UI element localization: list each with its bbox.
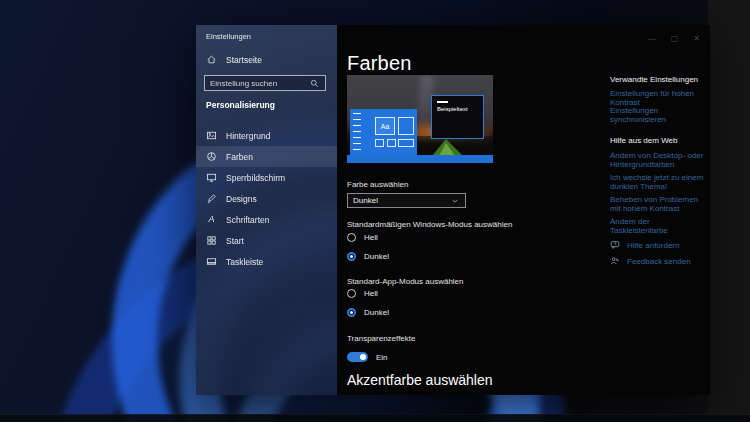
start-grid-icon	[206, 235, 217, 246]
preview-sample-window: Beispieltext	[431, 95, 484, 139]
transparency-toggle[interactable]	[347, 352, 368, 362]
settings-main-pane: — ▢ ✕ Farben Beispieltext Aa	[337, 25, 710, 395]
preview-tile	[398, 117, 414, 135]
radio-checked-icon[interactable]	[347, 308, 356, 317]
sidebar-item-taskleiste[interactable]: Taskleiste	[196, 251, 337, 272]
desktop-taskbar-strip[interactable]	[0, 414, 750, 422]
sidebar-nav: Hintergrund Farben	[196, 125, 337, 272]
preview-start-menu: Aa	[350, 109, 417, 155]
sidebar-item-label: Farben	[226, 152, 253, 162]
preview-tile	[387, 139, 396, 147]
transparency-state-label: Ein	[376, 353, 388, 362]
window-title: Einstellungen	[206, 32, 251, 41]
sidebar-item-designs[interactable]: Designs	[196, 188, 337, 209]
web-help-title: Hilfe aus dem Web	[610, 136, 677, 145]
color-select-value: Dunkel	[353, 196, 378, 205]
transparency-toggle-row: Ein	[347, 352, 388, 362]
lock-screen-icon	[206, 172, 217, 183]
sidebar-item-hintergrund[interactable]: Hintergrund	[196, 125, 337, 146]
settings-sidebar: Einstellungen Startseite Personalisierun	[196, 25, 337, 395]
sidebar-item-label: Hintergrund	[226, 131, 270, 141]
color-select-dropdown[interactable]: Dunkel	[347, 193, 466, 208]
preview-start-tiles: Aa	[365, 114, 415, 153]
sidebar-item-home[interactable]: Startseite	[206, 54, 262, 65]
color-select-label: Farbe auswählen	[347, 180, 408, 189]
sidebar-item-farben[interactable]: Farben	[196, 146, 337, 167]
send-feedback-label: Feedback senden	[627, 257, 691, 266]
home-icon	[206, 54, 217, 65]
app-mode-label: Standard-App-Modus auswählen	[347, 277, 464, 286]
app-mode-option-hell[interactable]: Hell	[347, 289, 378, 298]
link-switch-dark-theme[interactable]: Ich wechsle jetzt zu einem dunklen Thema…	[610, 173, 708, 191]
preview-sample-text: Beispieltext	[437, 106, 468, 112]
window-controls: — ▢ ✕	[648, 35, 700, 43]
preview-tile-aa: Aa	[375, 117, 395, 135]
radio-unchecked-icon[interactable]	[347, 233, 356, 242]
desktop: Einstellungen Startseite Personalisierun	[0, 0, 750, 422]
send-feedback-button[interactable]: Feedback senden	[610, 256, 691, 266]
sidebar-item-label: Schriftarten	[226, 215, 269, 225]
transparency-label: Transparenzeffekte	[347, 334, 415, 343]
link-fix-high-contrast[interactable]: Beheben von Problemen mit hohem Kontrast	[610, 195, 708, 213]
preview-tile	[375, 139, 384, 147]
related-settings-title: Verwandte Einstellungen	[610, 75, 698, 84]
link-sync-settings[interactable]: Einstellungen synchronisieren	[610, 106, 708, 124]
preview-sample-titlebar	[437, 101, 448, 103]
link-high-contrast-settings[interactable]: Einstellungen für hohen Kontrast	[610, 89, 708, 107]
sidebar-item-start[interactable]: Start	[196, 230, 337, 251]
windows-mode-option-hell[interactable]: Hell	[347, 233, 378, 242]
page-title: Farben	[347, 52, 412, 75]
feedback-person-icon	[610, 256, 620, 266]
sidebar-item-sperrbildschirm[interactable]: Sperrbildschirm	[196, 167, 337, 188]
radio-unchecked-icon[interactable]	[347, 289, 356, 298]
sidebar-item-label: Designs	[226, 194, 257, 204]
background-image-icon	[206, 130, 217, 141]
colors-palette-icon	[206, 151, 217, 162]
wallpaper-dark-edge	[708, 0, 750, 422]
preview-taskbar	[347, 155, 493, 163]
sidebar-item-schriftarten[interactable]: A Schriftarten	[196, 209, 337, 230]
radio-label: Dunkel	[364, 308, 389, 317]
link-change-taskbar-color[interactable]: Ändern der Taskleistenfarbe	[610, 217, 708, 235]
settings-search-box[interactable]	[204, 75, 326, 91]
get-help-button[interactable]: Hilfe anfordern	[610, 240, 679, 250]
close-icon[interactable]: ✕	[693, 35, 700, 43]
sidebar-home-label: Startseite	[226, 55, 262, 65]
sidebar-item-label: Start	[226, 236, 244, 246]
get-help-label: Hilfe anfordern	[627, 241, 679, 250]
theme-preview-image: Beispieltext Aa	[347, 75, 493, 163]
radio-label: Dunkel	[364, 252, 389, 261]
windows-mode-label: Standardmäßigen Windows-Modus auswählen	[347, 220, 512, 229]
search-icon[interactable]	[309, 78, 320, 89]
minimize-icon[interactable]: —	[648, 35, 656, 43]
themes-icon	[206, 193, 217, 204]
taskbar-icon	[206, 256, 217, 267]
maximize-icon[interactable]: ▢	[671, 35, 679, 43]
radio-label: Hell	[364, 233, 378, 242]
accent-color-section-title: Akzentfarbe auswählen	[347, 372, 493, 388]
link-change-desktop-colors[interactable]: Ändern von Desktop- oder Hintergrundfarb…	[610, 151, 708, 169]
preview-tile	[398, 139, 414, 147]
sidebar-section-title: Personalisierung	[206, 100, 275, 110]
sidebar-item-label: Sperrbildschirm	[226, 173, 285, 183]
chevron-down-icon	[449, 195, 460, 206]
app-mode-option-dunkel[interactable]: Dunkel	[347, 308, 389, 317]
settings-window: Einstellungen Startseite Personalisierun	[196, 25, 710, 395]
sidebar-item-label: Taskleiste	[226, 257, 263, 267]
fonts-icon: A	[206, 214, 217, 225]
help-chat-icon	[610, 240, 620, 250]
preview-start-rail	[353, 113, 361, 151]
toggle-knob	[360, 354, 366, 360]
radio-checked-icon[interactable]	[347, 252, 356, 261]
search-input[interactable]	[210, 79, 309, 88]
radio-label: Hell	[364, 289, 378, 298]
windows-mode-option-dunkel[interactable]: Dunkel	[347, 252, 389, 261]
